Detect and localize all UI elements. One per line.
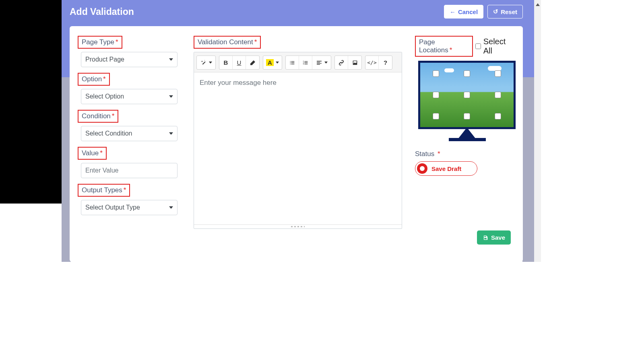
chevron-down-icon [169,206,173,209]
condition-select[interactable]: Select Condition [81,126,178,141]
form-card: Page Type* Product Page Option* Select O… [70,26,523,262]
required-mark: * [438,150,440,158]
required-mark: * [103,75,106,83]
save-button[interactable]: Save [477,230,511,245]
browser-scrollbar[interactable] [534,0,541,262]
field-value: Value* Enter Value [78,147,182,178]
select-all-toggle[interactable]: Select All [475,37,516,56]
status-radio-save-draft[interactable]: Save Draft [415,161,477,176]
reset-button[interactable]: ↺ Reset [487,5,523,19]
output-types-value: Select Output Type [85,204,140,211]
monitor-base [449,138,486,141]
cancel-button[interactable]: ← Cancel [444,5,483,19]
value-label: Value* [78,147,107,160]
editor-placeholder: Enter your message here [200,79,277,86]
underline-button[interactable]: U [233,56,246,69]
select-all-label: Select All [483,37,516,56]
field-output-types: Output Types* Select Output Type [78,184,182,215]
link-button[interactable] [335,56,348,69]
location-bottom-left[interactable] [433,113,439,119]
image-button[interactable] [348,56,361,69]
help-button[interactable]: ? [379,56,392,69]
caret-down-icon [209,62,212,64]
code-view-button[interactable]: </> [365,56,379,69]
monitor-screen [418,61,516,129]
underline-icon: U [237,59,242,66]
unordered-list-button[interactable] [286,56,299,69]
editor-resize-handle[interactable] [194,224,402,228]
chevron-down-icon [169,132,173,135]
text-color-button[interactable]: A [263,56,282,69]
location-top-center[interactable] [464,70,470,77]
bold-icon: B [224,59,228,66]
location-bottom-right[interactable] [495,113,501,119]
value-placeholder: Enter Value [85,167,118,174]
required-mark: * [254,38,257,46]
list-ol-icon [302,60,309,66]
scroll-up-icon[interactable] [535,2,540,7]
bold-button[interactable]: B [219,56,233,69]
required-mark: * [450,46,452,54]
radio-selected-icon [417,163,427,174]
editor-toolbar: B U A [194,52,402,72]
status-label: Status * [415,150,516,158]
select-all-checkbox[interactable] [475,43,481,49]
caret-down-icon [324,62,328,64]
monitor-stand [458,128,476,139]
validation-content-label: Validation Content* [194,36,261,49]
required-mark: * [116,38,118,46]
ordered-list-button[interactable] [299,56,312,69]
field-page-type: Page Type* Product Page [78,36,182,67]
value-input[interactable]: Enter Value [81,163,178,178]
status-option-label: Save Draft [431,165,461,172]
page-type-label: Page Type* [78,36,122,49]
chevron-down-icon [169,58,173,61]
undo-icon: ↺ [493,8,498,15]
left-column: Page Type* Product Page Option* Select O… [78,36,182,252]
arrow-left-icon: ← [450,8,456,15]
location-middle-left[interactable] [433,92,439,98]
page-locations-row: Page Locations* Select All [415,36,516,57]
eraser-icon [250,60,256,66]
condition-label: Condition* [78,110,118,123]
page-type-select[interactable]: Product Page [81,52,178,67]
list-ul-icon [289,60,295,66]
save-label: Save [491,234,505,241]
page-locations-label: Page Locations* [415,36,473,57]
page-title: Add Validation [70,6,134,17]
save-icon [483,235,488,241]
middle-column: Validation Content* B U [194,36,404,252]
location-top-right[interactable] [495,70,501,77]
caret-down-icon [276,62,279,64]
output-types-select[interactable]: Select Output Type [81,200,178,215]
text-color-icon: A [266,59,274,66]
monitor-illustration [418,61,516,142]
cancel-label: Cancel [458,8,478,15]
condition-value: Select Condition [85,130,132,137]
chevron-down-icon [169,95,173,98]
location-top-left[interactable] [433,70,439,77]
location-bottom-center[interactable] [464,113,470,119]
option-select[interactable]: Select Option [81,89,178,104]
rich-text-editor: B U A [194,52,402,229]
editor-body[interactable]: Enter your message here [194,72,402,224]
code-icon: </> [367,60,376,66]
required-mark: * [100,149,103,157]
header-buttons: ← Cancel ↺ Reset [444,5,523,19]
location-grid [420,63,514,127]
help-icon: ? [384,59,387,66]
align-left-icon [316,60,322,66]
right-column: Page Locations* Select All [415,36,516,252]
align-button[interactable] [312,56,331,69]
left-black-region [0,0,62,204]
location-middle-center[interactable] [464,92,470,98]
clear-format-button[interactable] [246,56,259,69]
magic-style-button[interactable] [197,56,215,69]
option-value: Select Option [85,93,124,100]
image-icon [352,60,358,66]
reset-label: Reset [501,8,517,15]
magic-wand-icon [200,60,207,66]
output-types-label: Output Types* [78,184,130,197]
page-type-value: Product Page [85,56,124,63]
location-middle-right[interactable] [495,92,501,98]
